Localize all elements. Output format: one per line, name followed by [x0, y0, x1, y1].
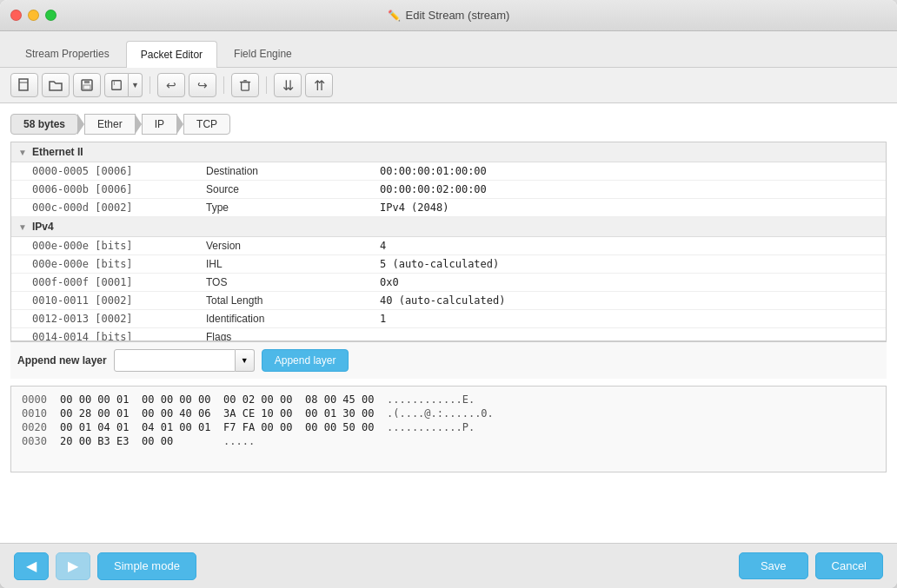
titlebar: ✏️ Edit Stream (stream) [0, 0, 897, 31]
table-row[interactable]: 0010-0011 [0002] Total Length 40 (auto-c… [11, 292, 886, 310]
packet-table: ▼ Ethernet II 0000-0005 [0006] Destinati… [10, 142, 887, 341]
hex-offset: 0000 [22, 393, 53, 406]
field-addr: 000c-000d [0002] [32, 202, 206, 214]
svg-rect-4 [83, 85, 90, 89]
cancel-button[interactable]: Cancel [815, 552, 883, 579]
field-addr: 0000-0005 [0006] [32, 165, 206, 177]
table-row[interactable]: 000e-000e [bits] Version 4 [11, 237, 886, 255]
table-row[interactable]: 0014-0014 [bits] Flags [11, 328, 886, 341]
field-value: IPv4 (2048) [380, 202, 879, 214]
field-name: Total Length [206, 294, 380, 307]
hex-ascii: ............P. [387, 421, 475, 433]
layer-input[interactable] [114, 349, 236, 372]
bottom-actions: Save Cancel [739, 552, 883, 579]
breadcrumb-ip[interactable]: IP [142, 114, 177, 135]
hex-row: 0010 00 28 00 01 00 00 40 06 3A CE 10 00… [22, 407, 875, 420]
hex-row: 0000 00 00 00 01 00 00 00 00 00 02 00 00… [22, 393, 875, 406]
simple-mode-button[interactable]: Simple mode [97, 552, 196, 580]
export-button[interactable] [104, 73, 129, 97]
hex-offset: 0030 [22, 435, 53, 447]
table-row[interactable]: 000e-000e [bits] IHL 5 (auto-calculated) [11, 255, 886, 274]
collapse-ethernet-icon: ▼ [18, 148, 27, 157]
tabs-bar: Stream Properties Packet Editor Field En… [0, 31, 897, 68]
field-addr: 0010-0011 [0002] [32, 294, 206, 307]
hex-group-1: 00 28 00 01 [60, 407, 135, 420]
bottom-nav: ◀ ▶ Simple mode [14, 552, 196, 580]
window-controls [10, 10, 56, 21]
breadcrumb-ether[interactable]: Ether [84, 114, 136, 135]
table-row[interactable]: 0000-0005 [0006] Destination 00:00:00:01… [11, 162, 886, 181]
export-icon [110, 79, 123, 91]
field-value: 00:00:00:01:00:00 [380, 165, 879, 177]
table-row[interactable]: 000c-000d [0002] Type IPv4 (2048) [11, 199, 886, 217]
undo-button[interactable]: ↩ [157, 73, 185, 97]
open-button[interactable] [42, 73, 70, 97]
section-ethernet-ii[interactable]: ▼ Ethernet II [11, 142, 886, 162]
breadcrumb: 58 bytes Ether IP TCP [10, 114, 887, 135]
bottom-bar: ◀ ▶ Simple mode Save Cancel [0, 543, 897, 588]
export-dropdown: ▼ [104, 73, 143, 97]
field-value: 0x0 [380, 276, 879, 288]
hex-offset: 0020 [22, 421, 53, 433]
hex-group-2: 04 01 00 01 [142, 421, 216, 433]
field-addr: 000e-000e [bits] [32, 240, 206, 252]
hex-row: 0020 00 01 04 01 04 01 00 01 F7 FA 00 00… [22, 421, 875, 433]
hex-row: 0030 20 00 B3 E3 00 00 ..... [22, 435, 875, 447]
append-layer-button[interactable]: Append layer [262, 349, 349, 372]
tab-field-engine[interactable]: Field Engine [219, 40, 307, 67]
move-down-button[interactable]: ⇊ [274, 73, 302, 97]
hex-group-2: 00 00 [142, 435, 216, 447]
separator-1 [150, 76, 150, 94]
save-icon [80, 78, 94, 92]
layer-dropdown-button[interactable]: ▼ [236, 349, 255, 372]
hex-group-4: 00 01 30 00 [305, 407, 380, 420]
section-ipv4[interactable]: ▼ IPv4 [11, 217, 886, 237]
tab-stream-properties[interactable]: Stream Properties [10, 40, 124, 67]
tab-packet-editor[interactable]: Packet Editor [126, 41, 217, 68]
breadcrumb-tcp[interactable]: TCP [183, 114, 230, 135]
hex-group-1: 00 01 04 01 [60, 421, 135, 433]
title-icon: ✏️ [388, 10, 401, 22]
field-name: Version [206, 240, 380, 252]
hex-group-3: 00 02 00 00 [223, 393, 298, 406]
folder-icon [49, 78, 63, 92]
breadcrumb-bytes[interactable]: 58 bytes [10, 114, 78, 135]
prev-button[interactable]: ◀ [14, 552, 49, 580]
new-doc-icon [17, 78, 31, 92]
field-value: 4 [380, 240, 879, 252]
svg-rect-3 [84, 80, 90, 83]
table-row[interactable]: 000f-000f [0001] TOS 0x0 [11, 274, 886, 292]
field-addr: 0014-0014 [bits] [32, 331, 206, 341]
separator-2 [223, 76, 224, 94]
hex-group-1: 20 00 B3 E3 [60, 435, 135, 447]
move-up-button[interactable]: ⇈ [305, 73, 333, 97]
toolbar: ▼ ↩ ↪ ⇊ ⇈ [0, 68, 897, 103]
close-button[interactable] [10, 10, 22, 21]
hex-ascii: .(....@.:......0. [387, 407, 494, 420]
delete-button[interactable] [231, 73, 259, 97]
maximize-button[interactable] [45, 10, 56, 21]
field-name: Source [206, 183, 380, 195]
field-name: Flags [206, 331, 380, 341]
content-area: 58 bytes Ether IP TCP ▼ Ethernet II 0000… [0, 103, 897, 543]
next-button[interactable]: ▶ [56, 552, 90, 580]
save-file-button[interactable] [73, 73, 101, 97]
hex-group-3: F7 FA 00 00 [223, 421, 298, 433]
section-ipv4-label: IPv4 [32, 221, 54, 233]
field-value: 00:00:00:02:00:00 [380, 183, 879, 195]
minimize-button[interactable] [28, 10, 39, 21]
new-button[interactable] [10, 73, 38, 97]
table-row[interactable]: 0012-0013 [0002] Identification 1 [11, 310, 886, 328]
field-name: Identification [206, 313, 380, 325]
append-layer-bar: Append new layer ▼ Append layer [10, 341, 887, 379]
field-value: 1 [380, 313, 879, 325]
field-addr: 0012-0013 [0002] [32, 313, 206, 325]
field-addr: 000f-000f [0001] [32, 276, 206, 288]
delete-icon [239, 79, 251, 91]
table-row[interactable]: 0006-000b [0006] Source 00:00:00:02:00:0… [11, 181, 886, 199]
export-dropdown-arrow[interactable]: ▼ [129, 73, 143, 97]
save-button[interactable]: Save [739, 552, 808, 579]
hex-group-1: 00 00 00 01 [60, 393, 135, 406]
main-window: ✏️ Edit Stream (stream) Stream Propertie… [0, 0, 897, 588]
redo-button[interactable]: ↪ [189, 73, 216, 97]
